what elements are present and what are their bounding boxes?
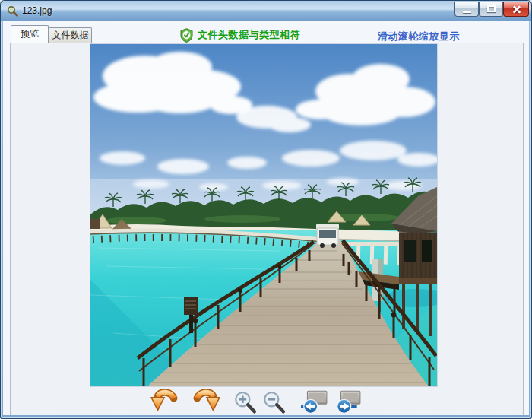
tab-file-data[interactable]: 文件数据: [49, 27, 92, 43]
client-area: 预览 文件数据 文件头数据与类型相符 滑动滚轮缩放显示: [3, 21, 529, 415]
maximize-button[interactable]: [479, 2, 503, 17]
zoom-out-icon: [261, 390, 286, 414]
tab-preview[interactable]: 预览: [11, 25, 49, 43]
photo-preview[interactable]: [90, 44, 437, 386]
titlebar[interactable]: 123.jpg: [1, 1, 531, 21]
rotate-left-button[interactable]: [150, 388, 178, 419]
app-window: 123.jpg 预览 文件数据 文件头数据与类型相符 滑动滚轮缩放显示: [0, 0, 532, 419]
close-button[interactable]: [503, 2, 529, 17]
file-header-status-text: 文件头数据与类型相符: [198, 28, 300, 42]
rotate-right-button[interactable]: [193, 388, 220, 419]
scroll-zoom-hint: 滑动滚轮缩放显示: [378, 30, 460, 43]
minimize-button[interactable]: [454, 2, 479, 17]
shield-check-icon: [180, 28, 193, 43]
maximize-icon: [487, 5, 496, 12]
previous-image-button[interactable]: [301, 390, 328, 417]
window-title: 123.jpg: [22, 5, 52, 16]
previous-image-icon: [301, 390, 328, 414]
rotate-left-icon: [150, 388, 178, 417]
next-image-button[interactable]: [334, 390, 362, 417]
zoom-in-icon: [233, 390, 257, 414]
zoom-in-button[interactable]: [233, 390, 257, 417]
minimize-icon: [463, 11, 471, 13]
next-image-icon: [334, 390, 362, 414]
rotate-right-icon: [193, 388, 220, 417]
zoom-out-button[interactable]: [261, 390, 286, 417]
magnifier-file-icon: [7, 5, 18, 17]
